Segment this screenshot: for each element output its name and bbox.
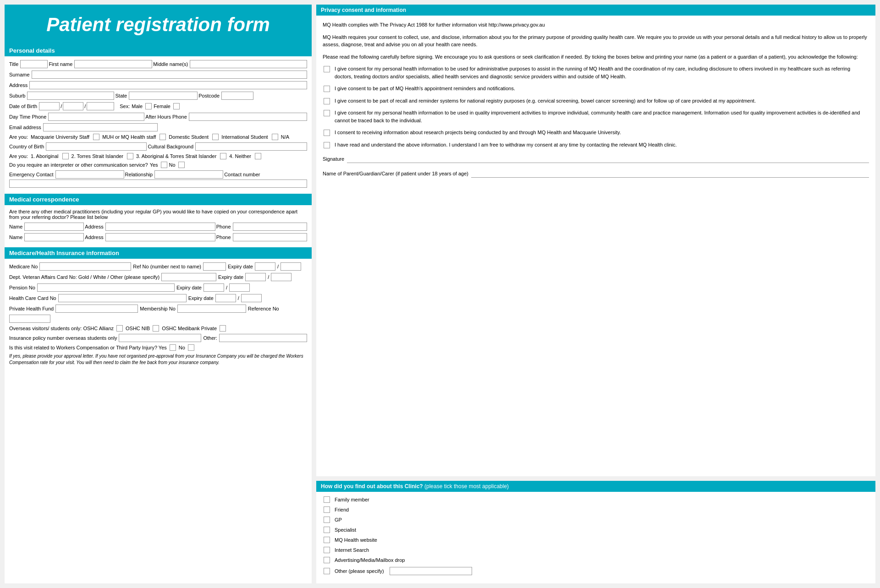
emergency-contact-input[interactable] [55, 170, 124, 179]
how-find-checkbox-5[interactable] [324, 547, 330, 553]
expiry-label4: Expiry date [188, 295, 214, 301]
how-find-label-7: Other (please specify) [335, 568, 384, 574]
how-find-checkbox-0[interactable] [324, 496, 330, 503]
muh-checkbox[interactable] [160, 134, 166, 140]
how-find-other-input[interactable] [390, 567, 472, 575]
ref-no-input[interactable] [203, 262, 226, 271]
contact-number-input[interactable] [9, 180, 307, 188]
health-care-input[interactable] [58, 294, 187, 302]
consent-text-5: I consent to receiving information about… [335, 129, 621, 136]
privacy-para3: Please read the following carefully befo… [323, 53, 869, 61]
relationship-input[interactable] [154, 170, 223, 179]
how-find-checkbox-6[interactable] [324, 557, 330, 563]
how-find-checkbox-1[interactable] [324, 506, 330, 513]
interp-yes-checkbox[interactable] [161, 162, 167, 168]
first-name-input[interactable] [74, 60, 152, 68]
medicare-no-input[interactable] [39, 262, 131, 271]
domestic-checkbox[interactable] [212, 134, 219, 140]
address-input[interactable] [29, 81, 307, 89]
expiry-input3b[interactable] [229, 283, 250, 292]
mq-staff-checkbox[interactable] [93, 134, 99, 140]
country-birth-input[interactable] [46, 142, 147, 151]
consent-checkbox-1[interactable] [324, 66, 330, 72]
corr-address-label2: Address [85, 234, 103, 240]
interp-no-label: No [169, 162, 176, 168]
female-checkbox[interactable] [173, 103, 180, 109]
torres-checkbox[interactable] [127, 153, 133, 159]
how-find-label-1: Friend [335, 507, 349, 512]
expiry-input4b[interactable] [241, 294, 262, 302]
postcode-input[interactable] [221, 92, 253, 100]
corr-address-input1[interactable] [105, 223, 215, 231]
interpreter-label: Do you require an interpreter or other c… [9, 162, 148, 168]
cultural-bg-input[interactable] [195, 142, 307, 151]
oshc-allianz-checkbox[interactable] [116, 325, 123, 332]
suburb-input[interactable] [27, 92, 114, 100]
corr-address-input2[interactable] [105, 233, 215, 241]
expiry-input2b[interactable] [271, 273, 292, 281]
expiry-input4a[interactable] [215, 294, 236, 302]
corr-phone-input1[interactable] [233, 223, 307, 231]
consent-checkbox-5[interactable] [324, 130, 330, 136]
neither-checkbox[interactable] [255, 153, 261, 159]
membership-input[interactable] [177, 305, 246, 313]
veteran-input[interactable] [161, 273, 216, 281]
consent-checkbox-2[interactable] [324, 86, 330, 92]
insurance-policy-input[interactable] [119, 334, 201, 342]
correspondence-desc: Are there any other medical practitioner… [9, 209, 307, 220]
workers-no-checkbox[interactable] [188, 344, 194, 351]
domestic-label: Domestic Student [169, 134, 209, 140]
private-fund-input[interactable] [55, 305, 138, 313]
how-find-checkbox-3[interactable] [324, 527, 330, 533]
how-find-checkbox-2[interactable] [324, 517, 330, 523]
interp-no-checkbox[interactable] [178, 162, 185, 168]
email-input[interactable] [43, 123, 158, 131]
consent-checkbox-3[interactable] [324, 98, 330, 104]
after-hours-input[interactable] [189, 113, 307, 121]
expiry-input1a[interactable] [255, 262, 275, 271]
how-find-item-7: Other (please specify) [323, 567, 869, 575]
dob-year-input[interactable] [87, 102, 114, 110]
privacy-panel: Privacy consent and information MQ Healt… [316, 5, 875, 476]
expiry-input3a[interactable] [204, 283, 224, 292]
day-phone-input[interactable] [48, 113, 144, 121]
corr-name-input1[interactable] [24, 223, 84, 231]
reference-input[interactable] [9, 315, 50, 323]
consent-checkbox-4[interactable] [324, 110, 330, 116]
corr-phone-label2: Phone [216, 234, 231, 240]
how-find-checkbox-4[interactable] [324, 537, 330, 543]
dob-day-input[interactable] [39, 102, 60, 110]
corr-phone-input2[interactable] [233, 233, 307, 241]
international-label: International Student [221, 134, 268, 140]
torres-label: 2. Torres Strait Islander [72, 153, 124, 159]
aboriginal-checkbox[interactable] [62, 153, 69, 159]
how-find-header: How did you find out about this Clinic? … [316, 481, 875, 492]
oshc-medibank-checkbox[interactable] [220, 325, 226, 332]
neither-label: 4. Neither [229, 153, 251, 159]
expiry-input1b[interactable] [280, 262, 301, 271]
both-checkbox[interactable] [220, 153, 226, 159]
dob-month-input[interactable] [63, 102, 83, 110]
male-checkbox[interactable] [145, 103, 152, 109]
workers-yes-checkbox[interactable] [170, 344, 176, 351]
guardian-line[interactable] [471, 169, 869, 178]
workers-note: If yes, please provide your approval let… [9, 353, 307, 366]
expiry-input2a[interactable] [245, 273, 266, 281]
how-find-checkbox-7[interactable] [324, 568, 330, 574]
oshc-nib-checkbox[interactable] [153, 325, 159, 332]
signature-line[interactable] [347, 155, 869, 163]
surname-input[interactable] [32, 71, 307, 79]
how-find-label-4: MQ Health website [335, 537, 377, 543]
state-input[interactable] [129, 92, 198, 100]
how-find-item-4: MQ Health website [323, 537, 869, 543]
middle-name-input[interactable] [190, 60, 307, 68]
expiry-label3: Expiry date [176, 285, 202, 290]
international-checkbox[interactable] [272, 134, 278, 140]
corr-name-input2[interactable] [24, 233, 84, 241]
pension-input[interactable] [37, 283, 175, 292]
title-input[interactable] [20, 60, 48, 68]
how-find-label-6: Advertising/Media/Mailbox drop [335, 557, 405, 563]
other-input[interactable] [219, 334, 307, 342]
consent-checkbox-6[interactable] [324, 142, 330, 148]
personal-details-section: Title First name Middle name(s) Surname … [5, 56, 312, 194]
